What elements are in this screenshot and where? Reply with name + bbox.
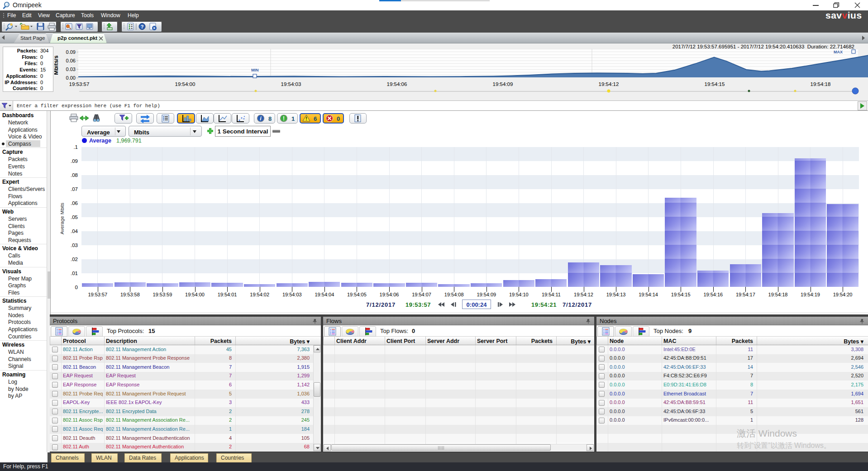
svg-text:19:54:18: 19:54:18 <box>811 81 831 87</box>
svg-text:MAX: MAX <box>834 50 843 54</box>
svg-text:0.03: 0.03 <box>66 67 76 72</box>
svg-text:Average Mbits: Average Mbits <box>61 202 65 234</box>
svg-text:MIN: MIN <box>251 68 259 72</box>
svg-text:0.09: 0.09 <box>66 49 76 55</box>
svg-text:?: ? <box>141 24 144 29</box>
svg-text:19:54:03: 19:54:03 <box>281 81 301 87</box>
svg-text:1: 1 <box>291 115 295 122</box>
svg-text:19:54:12: 19:54:12 <box>599 81 619 87</box>
svg-text:19:54:00: 19:54:00 <box>175 81 196 87</box>
svg-text:19:54:06: 19:54:06 <box>387 81 407 87</box>
svg-text:8: 8 <box>268 115 272 122</box>
svg-text:6: 6 <box>314 115 317 122</box>
svg-text:19:54:09: 19:54:09 <box>493 81 513 87</box>
svg-text:!: ! <box>305 116 307 121</box>
svg-text:0.00: 0.00 <box>66 75 76 81</box>
svg-text:19:53:57: 19:53:57 <box>69 81 90 87</box>
svg-text:0.06: 0.06 <box>66 58 76 63</box>
svg-text:19:54:15: 19:54:15 <box>705 81 725 87</box>
svg-text:!: ! <box>283 115 285 122</box>
svg-text:0: 0 <box>337 115 340 122</box>
